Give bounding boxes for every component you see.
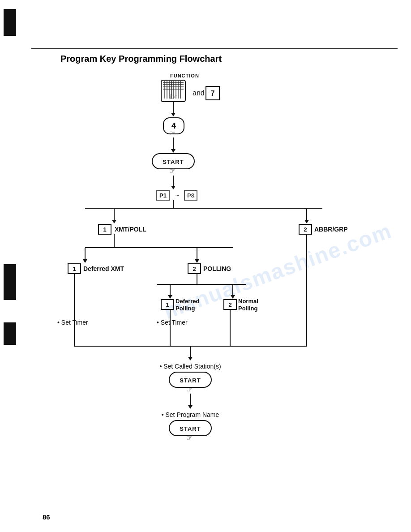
svg-marker-30 <box>112 220 116 223</box>
deferred-polling-label-1: Deferred <box>176 298 200 305</box>
svg-marker-46 <box>168 295 172 299</box>
xmt-poll-number: 1 <box>103 226 106 233</box>
svg-text:☞: ☞ <box>169 129 176 137</box>
svg-marker-64 <box>188 405 193 409</box>
page: manualsmashine.com Program Key Programmi… <box>0 0 411 532</box>
set-called-stations-label: • Set Called Station(s) <box>159 363 221 370</box>
key-7: 7 <box>211 90 215 97</box>
svg-text:☞: ☞ <box>186 386 193 393</box>
set-timer-1-label: • Set Timer <box>57 319 88 326</box>
binding-mark-1 <box>4 9 16 36</box>
deferred-polling-number: 1 <box>166 301 169 308</box>
normal-polling-label-2: Polling <box>238 305 257 312</box>
start-box-1-label: START <box>163 159 184 165</box>
top-divider <box>31 48 398 49</box>
normal-polling-label-1: Normal <box>238 298 258 305</box>
svg-marker-38 <box>83 259 87 263</box>
set-timer-2-label: • Set Timer <box>157 319 188 326</box>
normal-polling-number: 2 <box>228 301 231 308</box>
page-title: Program Key Programming Flowchart <box>60 54 222 64</box>
svg-marker-32 <box>304 220 309 223</box>
svg-marker-40 <box>195 259 199 263</box>
binding-mark-2 <box>4 264 16 300</box>
abbr-grp-number: 2 <box>304 226 307 233</box>
svg-marker-48 <box>231 295 235 299</box>
xmt-poll-label: XMT/POLL <box>115 226 146 233</box>
page-number: 86 <box>43 513 50 521</box>
flowchart-container: FUNCTION ☞ and 7 <box>31 69 398 510</box>
start-box-3-label: START <box>180 425 201 432</box>
polling-number: 2 <box>193 266 196 272</box>
svg-marker-24 <box>171 186 176 189</box>
function-label: FUNCTION <box>170 73 199 78</box>
abbr-grp-label: ABBR/GRP <box>314 226 348 233</box>
set-program-name-label: • Set Program Name <box>162 411 219 418</box>
svg-text:☞: ☞ <box>186 434 193 442</box>
svg-marker-16 <box>171 113 176 116</box>
start-box-2-label: START <box>180 377 201 384</box>
deferred-polling-label-2: Polling <box>176 305 195 312</box>
binding-mark-3 <box>4 322 16 345</box>
deferred-xmt-number: 1 <box>73 266 76 272</box>
svg-text:☞: ☞ <box>169 92 177 102</box>
polling-label: POLLING <box>203 265 231 272</box>
p8-label: P8 <box>187 192 194 199</box>
tilde: ~ <box>176 192 179 199</box>
step-4-label: 4 <box>171 121 176 130</box>
svg-marker-20 <box>171 149 176 153</box>
svg-text:☞: ☞ <box>169 167 176 175</box>
deferred-xmt-label: Deferred XMT <box>83 265 124 272</box>
flowchart-svg: FUNCTION ☞ and 7 <box>31 69 381 508</box>
p1-label: P1 <box>159 192 167 199</box>
left-binding <box>0 0 27 532</box>
svg-marker-60 <box>188 357 193 360</box>
and-text: and <box>193 89 205 97</box>
